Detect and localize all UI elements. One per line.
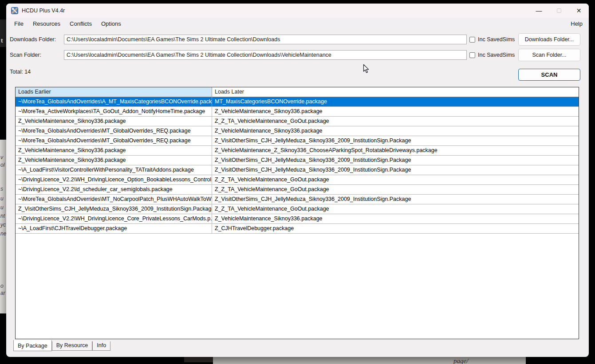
loads-later-cell[interactable]: Z_VisitOtherSims_CJH_JellyMeduza_Siknoy3… [212, 156, 579, 165]
background-text-fragment: ar [0, 290, 5, 296]
loads-later-cell[interactable]: Z_VisitOtherSims_CJH_JellyMeduza_Siknoy3… [212, 165, 579, 175]
background-text-fragment: ne [0, 231, 6, 237]
scan-folder-button[interactable]: Scan Folder... [518, 49, 580, 61]
loads-later-cell[interactable]: Z_VehicleMaintenance_Siknoy336.package [212, 126, 579, 136]
table-row[interactable]: ~\A_LoadFirst\CJHTravelDebugger.packageZ… [16, 224, 579, 234]
table-header: Loads Earlier Loads Later [16, 87, 579, 97]
scan-button[interactable]: SCAN [518, 69, 580, 81]
loads-later-cell[interactable]: Z_Z_TA_VehicleMaintenance_GoOut.package [212, 204, 579, 214]
table-row[interactable]: Z_VisitOtherSims_CJH_JellyMeduza_Siknoy3… [16, 204, 579, 214]
loads-later-cell[interactable]: Z_Z_TA_VehicleMaintenance_GoOut.package [212, 185, 579, 194]
table-row[interactable]: ~\DrivingLicence_V2.2\WH_DrivingLicence_… [16, 214, 579, 224]
table-row[interactable]: Z_VehicleMaintenance_Siknoy336.packageZ_… [16, 146, 579, 156]
loads-earlier-cell[interactable]: ~\MoreTea_GlobalsAndOverrides\MT_GlobalO… [16, 126, 212, 136]
background-text-fragment: v [0, 154, 3, 160]
downloads-inc-savedsims: Inc SavedSims [469, 35, 515, 44]
loads-earlier-cell[interactable]: ~\MoreTea_GlobalsAndOverrides\MT_NoCarpo… [16, 195, 212, 204]
menu-options[interactable]: Options [101, 20, 121, 27]
background-text-fragment: nt [0, 213, 5, 219]
loads-later-cell[interactable]: Z_VehicleMaintenance_Z_Siknoy336_ChooseA… [212, 146, 579, 155]
loads-earlier-cell[interactable]: Z_VehicleMaintenance_Siknoy336.package [16, 117, 212, 126]
loads-later-cell[interactable]: Z_VisitOtherSims_CJH_JellyMeduza_Siknoy3… [212, 195, 579, 204]
scan-folder-label: Scan Folder: [10, 50, 41, 60]
window-controls: — ✕ [529, 4, 589, 18]
loads-later-cell[interactable]: Z_VisitOtherSims_CJH_JellyMeduza_Siknoy3… [212, 136, 579, 145]
titlebar[interactable]: HCDU Plus V4.4r — ✕ [6, 4, 589, 18]
loads-earlier-cell[interactable]: ~\MoreTea_GlobalsAndOverrides\MT_GlobalO… [16, 136, 212, 145]
column-header-loads-earlier[interactable]: Loads Earlier [16, 87, 212, 97]
tabstrip: By Package By Resource Info [13, 340, 110, 351]
background-window-sliver-dark: t [0, 20, 6, 47]
background-text-fragment: o [0, 283, 4, 289]
loads-earlier-cell[interactable]: ~\A_LoadFirst\VisitorControllerWithPerso… [16, 165, 212, 175]
loads-earlier-cell[interactable]: ~\DrivingLicence_V2.2\ld_scheduler_car_s… [16, 185, 212, 194]
loads-later-cell[interactable]: MT_MaxisCategoriesBCONOverride.package [212, 97, 579, 106]
downloads-inc-savedsims-checkbox checkbox-icon[interactable] [469, 37, 475, 43]
loads-earlier-cell[interactable]: Z_VehicleMaintenance_Siknoy336.package [16, 156, 212, 165]
background-text-fragment: u [0, 204, 4, 211]
downloads-folder-button[interactable]: Downloads Folder... [518, 33, 580, 46]
scan-inc-savedsims-label: Inc SavedSims [478, 52, 515, 58]
background-text-fragment: page/ [453, 357, 468, 364]
table-row[interactable]: ~\DrivingLicence_V2.2\WH_DrivingLicence_… [16, 175, 579, 185]
loads-earlier-cell[interactable]: ~\DrivingLicence_V2.2\WH_DrivingLicence_… [16, 214, 212, 223]
app-icon crossed-tools-icon [11, 7, 18, 14]
background-window-strip-dark [184, 356, 213, 362]
loads-later-cell[interactable]: Z_VehicleMaintenance_Siknoy336.package [212, 107, 579, 116]
table-row[interactable]: Z_VehicleMaintenance_Siknoy336.packageZ_… [16, 117, 579, 126]
table-row[interactable]: ~\MoreTea_ActiveWorkplaces\TA_GoOut_Addo… [16, 107, 579, 117]
background-text-fragment: ol [0, 162, 4, 168]
scan-inc-savedsims-checkbox checkbox-icon[interactable] [469, 52, 475, 58]
menu-resources[interactable]: Resources [33, 20, 60, 27]
menu-file[interactable]: File [14, 20, 24, 27]
tab-by-package[interactable]: By Package [13, 340, 52, 351]
menu-conflicts[interactable]: Conflicts [70, 20, 92, 27]
menu-help[interactable]: Help [571, 20, 583, 27]
app-window: HCDU Plus V4.4r — ✕ File Resources Confl… [6, 4, 589, 357]
maximize-button maximize-icon [549, 4, 569, 18]
loads-earlier-cell[interactable]: Z_VisitOtherSims_CJH_JellyMeduza_Siknoy3… [16, 204, 212, 214]
minimize-button minimize-icon[interactable]: — [529, 4, 549, 18]
total-count: Total: 14 [10, 67, 31, 77]
tab-info[interactable]: Info [92, 341, 110, 351]
table-row[interactable]: ~\MoreTea_GlobalsAndOverrides\MT_NoCarpo… [16, 195, 579, 204]
loads-earlier-cell[interactable]: ~\MoreTea_GlobalsAndOverrides\A_MT_Maxis… [16, 97, 212, 106]
loads-later-cell[interactable]: Z_Z_TA_VehicleMaintenance_GoOut.package [212, 117, 579, 126]
downloads-inc-savedsims-label: Inc SavedSims [478, 36, 515, 43]
mouse-cursor arrow-pointer-icon [363, 64, 370, 75]
background-text-fragment: u [0, 196, 4, 202]
scan-folder-input[interactable]: C:\Users\localadmin\Documents\EA Games\T… [64, 50, 467, 60]
loads-later-cell[interactable]: Z_Z_TA_VehicleMaintenance_GoOut.package [212, 175, 579, 184]
window-title: HCDU Plus V4.4r [22, 8, 65, 14]
table-row[interactable]: ~\MoreTea_GlobalsAndOverrides\A_MT_Maxis… [16, 97, 579, 107]
loads-later-cell[interactable]: Z_CJHTravelDebugger.package [212, 224, 579, 233]
table-row[interactable]: ~\MoreTea_GlobalsAndOverrides\MT_GlobalO… [16, 126, 579, 136]
background-text-fragment: t [1, 37, 3, 44]
table-row[interactable]: ~\MoreTea_GlobalsAndOverrides\MT_GlobalO… [16, 136, 579, 146]
conflict-table: Loads Earlier Loads Later ~\MoreTea_Glob… [15, 87, 579, 339]
background-text-fragment: yc [0, 222, 6, 228]
scan-inc-savedsims: Inc SavedSims [469, 50, 515, 60]
loads-earlier-cell[interactable]: ~\A_LoadFirst\CJHTravelDebugger.package [16, 224, 212, 233]
background-window-strip: page/ [213, 357, 526, 364]
conflict-table-body: ~\MoreTea_GlobalsAndOverrides\A_MT_Maxis… [16, 97, 579, 234]
loads-earlier-cell[interactable]: ~\DrivingLicence_V2.2\WH_DrivingLicence_… [16, 175, 212, 184]
column-header-loads-later[interactable]: Loads Later [212, 87, 579, 97]
menubar: File Resources Conflicts Options Help [6, 18, 589, 29]
downloads-folder-input[interactable]: C:\Users\localadmin\Documents\EA Games\T… [64, 35, 467, 44]
table-row[interactable]: ~\DrivingLicence_V2.2\ld_scheduler_car_s… [16, 185, 579, 195]
tab-by-resource[interactable]: By Resource [52, 341, 93, 351]
table-row[interactable]: Z_VehicleMaintenance_Siknoy336.packageZ_… [16, 156, 579, 165]
screen: t volsuuntycneoar page/ HCDU Plus V4.4r … [0, 0, 595, 364]
loads-earlier-cell[interactable]: Z_VehicleMaintenance_Siknoy336.package [16, 146, 212, 155]
loads-later-cell[interactable]: Z_VehicleMaintenance_Siknoy336.package [212, 214, 579, 223]
loads-earlier-cell[interactable]: ~\MoreTea_ActiveWorkplaces\TA_GoOut_Addo… [16, 107, 212, 116]
background-text-fragment: s [0, 186, 3, 192]
table-row[interactable]: ~\A_LoadFirst\VisitorControllerWithPerso… [16, 165, 579, 175]
downloads-folder-label: Downloads Folder: [10, 35, 56, 44]
close-button close-icon[interactable]: ✕ [569, 4, 589, 18]
background-window-sliver-gray: volsuuntycneoar [0, 140, 6, 313]
